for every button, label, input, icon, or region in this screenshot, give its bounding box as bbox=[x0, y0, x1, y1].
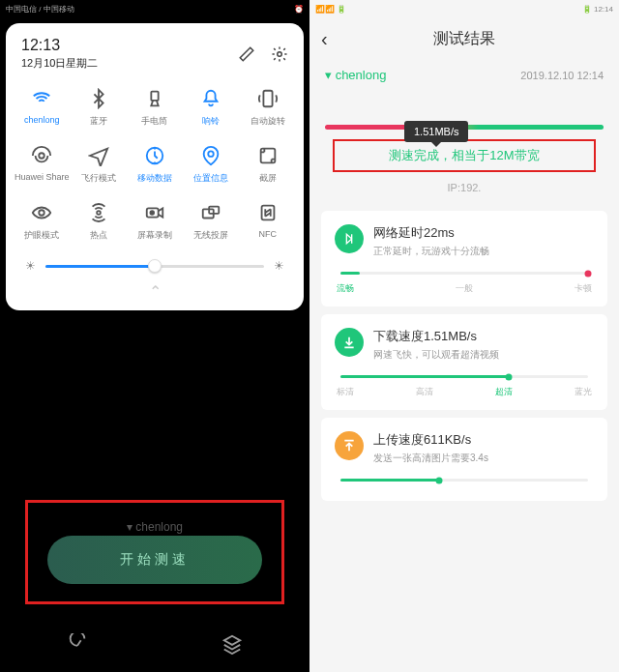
chevron-up-icon[interactable]: ⌃ bbox=[14, 278, 296, 305]
tile-icon bbox=[257, 202, 279, 223]
clock-time: 12:13 bbox=[21, 37, 98, 54]
speedometer-icon[interactable] bbox=[67, 633, 88, 655]
metric-subtitle: 发送一张高清图片需要3.4s bbox=[373, 452, 488, 465]
tile-icon bbox=[31, 145, 52, 166]
tile-icon bbox=[144, 145, 165, 166]
tile-label: NFC bbox=[259, 229, 278, 239]
tile-7[interactable]: 移动数据 bbox=[127, 137, 183, 194]
tile-icon bbox=[144, 202, 165, 223]
tile-label: chenlong bbox=[24, 115, 60, 125]
tile-0[interactable]: chenlong bbox=[14, 80, 70, 137]
tile-label: 无线投屏 bbox=[193, 229, 228, 242]
metric-card-1: 下载速度1.51MB/s网速飞快，可以观看超清视频标清高清超清蓝光 bbox=[321, 314, 607, 410]
tile-icon bbox=[88, 88, 109, 109]
metric-title: 下载速度1.51MB/s bbox=[373, 328, 499, 345]
tile-label: 屏幕录制 bbox=[137, 229, 172, 242]
tile-icon bbox=[31, 202, 52, 223]
back-icon[interactable]: ‹ bbox=[321, 28, 328, 50]
tile-icon bbox=[200, 145, 221, 166]
tile-icon bbox=[257, 88, 279, 109]
edit-icon[interactable] bbox=[238, 45, 255, 63]
quick-settings-panel: 12:13 12月10日星期二 chenlong蓝牙手电筒响铃自动旋转Huawe… bbox=[6, 23, 304, 310]
quick-tiles-grid: chenlong蓝牙手电筒响铃自动旋转Huawei Share飞行模式移动数据位… bbox=[14, 80, 296, 251]
tile-label: 护眼模式 bbox=[24, 229, 59, 242]
tile-label: 截屏 bbox=[259, 172, 277, 185]
annotation-red-box-left: ▾ chenlong 开始测速 bbox=[25, 500, 284, 604]
metric-subtitle: 网速飞快，可以观看超清视频 bbox=[373, 348, 499, 362]
metric-bar bbox=[340, 375, 588, 378]
tile-5[interactable]: Huawei Share bbox=[14, 137, 70, 194]
status-bar-right: 📶📶 🔋🔋 12:14 bbox=[310, 0, 619, 17]
metric-bar bbox=[340, 272, 588, 275]
ip-label: IP:192. bbox=[310, 178, 619, 203]
tile-label: Huawei Share bbox=[15, 172, 70, 182]
tile-label: 热点 bbox=[90, 229, 107, 242]
svg-point-3 bbox=[39, 153, 44, 159]
tile-1[interactable]: 蓝牙 bbox=[70, 80, 126, 137]
tile-icon bbox=[257, 145, 279, 166]
svg-point-0 bbox=[278, 51, 282, 56]
svg-rect-1 bbox=[151, 92, 158, 101]
network-row[interactable]: chenlong 2019.12.10 12:14 bbox=[310, 60, 619, 90]
metric-title: 上传速度611KB/s bbox=[373, 431, 488, 449]
tile-13[interactable]: 无线投屏 bbox=[183, 194, 239, 251]
right-phone: 📶📶 🔋🔋 12:14 ‹ 测试结果 chenlong 2019.12.10 1… bbox=[310, 0, 619, 672]
tile-label: 手电筒 bbox=[141, 115, 167, 128]
svg-point-7 bbox=[39, 210, 44, 216]
layers-icon[interactable] bbox=[221, 633, 243, 655]
metric-scale: 流畅一般卡顿 bbox=[335, 282, 594, 295]
tile-icon bbox=[88, 145, 109, 166]
annotation-red-box-right: 测速完成，相当于12M带宽 bbox=[333, 139, 596, 172]
sun-dim-icon: ☀ bbox=[25, 259, 36, 273]
svg-rect-2 bbox=[263, 91, 272, 107]
metric-scale: 标清高清超清蓝光 bbox=[335, 386, 594, 398]
tile-2[interactable]: 手电筒 bbox=[127, 80, 183, 137]
tile-8[interactable]: 位置信息 bbox=[183, 137, 239, 194]
svg-point-10 bbox=[150, 211, 154, 215]
svg-point-8 bbox=[97, 211, 101, 215]
tile-icon bbox=[144, 88, 165, 109]
upload-icon bbox=[335, 431, 364, 460]
test-datetime: 2019.12.10 12:14 bbox=[520, 70, 604, 81]
left-phone: 中国电信 / 中国移动⏰ 12:13 12月10日星期二 chenlong蓝牙手… bbox=[0, 0, 310, 672]
start-test-button[interactable]: 开始测速 bbox=[47, 536, 262, 584]
tile-4[interactable]: 自动旋转 bbox=[240, 80, 296, 137]
page-title: 测试结果 bbox=[433, 29, 495, 49]
clock-date: 12月10日星期二 bbox=[21, 56, 98, 71]
metric-subtitle: 正常延时，玩游戏十分流畅 bbox=[373, 245, 489, 258]
tile-12[interactable]: 屏幕录制 bbox=[127, 194, 183, 251]
svg-rect-13 bbox=[261, 206, 274, 220]
status-bar-left: 中国电信 / 中国移动⏰ bbox=[0, 0, 310, 17]
tile-label: 蓝牙 bbox=[90, 115, 107, 128]
tile-10[interactable]: 护眼模式 bbox=[14, 194, 70, 251]
tile-14[interactable]: NFC bbox=[240, 194, 296, 251]
brightness-slider[interactable]: ☀ ☀ bbox=[14, 251, 296, 278]
svg-rect-6 bbox=[260, 149, 275, 163]
tile-6[interactable]: 飞行模式 bbox=[70, 137, 126, 194]
tile-icon bbox=[200, 88, 221, 109]
tile-9[interactable]: 截屏 bbox=[240, 137, 296, 194]
tile-label: 自动旋转 bbox=[251, 115, 285, 128]
tile-label: 响铃 bbox=[202, 115, 220, 128]
metric-card-0: 网络延时22ms正常延时，玩游戏十分流畅流畅一般卡顿 bbox=[321, 211, 607, 307]
metric-card-2: 上传速度611KB/s发送一张高清图片需要3.4s bbox=[321, 418, 607, 501]
tile-label: 移动数据 bbox=[137, 172, 172, 185]
svg-point-5 bbox=[209, 151, 215, 157]
tile-11[interactable]: 热点 bbox=[70, 194, 126, 251]
page-header: ‹ 测试结果 bbox=[310, 17, 619, 60]
tile-icon bbox=[88, 202, 109, 223]
metric-bar bbox=[340, 479, 588, 482]
gear-icon[interactable] bbox=[271, 45, 288, 63]
tile-label: 位置信息 bbox=[193, 172, 228, 185]
speed-tooltip: 1.51MB/s bbox=[404, 121, 468, 142]
ssid-label: ▾ chenlong bbox=[28, 520, 281, 534]
tile-label: 飞行模式 bbox=[81, 172, 116, 185]
ssid-name: chenlong bbox=[325, 68, 386, 82]
latency-icon bbox=[335, 224, 364, 253]
tile-3[interactable]: 响铃 bbox=[183, 80, 239, 137]
sun-bright-icon: ☀ bbox=[274, 259, 284, 273]
metric-title: 网络延时22ms bbox=[373, 224, 489, 242]
tile-icon bbox=[200, 202, 221, 223]
download-icon bbox=[335, 328, 364, 357]
tile-icon bbox=[31, 88, 52, 109]
